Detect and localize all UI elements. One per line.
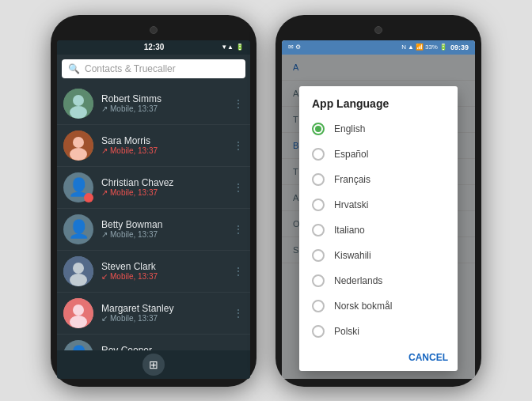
option-kiswahili[interactable]: Kiswahili <box>299 243 458 268</box>
avatar-roy: 👤 <box>63 340 93 350</box>
contact-info-steven: Steven Clark ↙ Mobile, 13:37 <box>101 261 233 281</box>
contact-name-steven: Steven Clark <box>101 261 233 272</box>
contact-detail-sara: ↗ Mobile, 13:37 <box>101 146 233 155</box>
bottom-nav-grid-icon[interactable]: ⊞ <box>142 354 165 376</box>
option-polski[interactable]: Polski <box>299 319 458 344</box>
svg-point-11 <box>70 316 87 328</box>
contact-roy-cooper[interactable]: 👤 Roy Cooper ↗ Mobile, 13:37 ⋮ <box>57 335 250 350</box>
status-time-1: 12:30 <box>144 43 165 51</box>
phones-container: 12:30 ▼▲ 🔋 🔍 Contacts & Truecaller <box>43 7 489 395</box>
contact-detail-christian: ↗ Mobile, 13:37 <box>101 188 233 197</box>
contact-name-sara: Sara Morris <box>101 135 233 146</box>
battery-pct: 33% <box>425 44 438 51</box>
svg-point-8 <box>70 274 87 286</box>
avatar-robert <box>63 89 93 119</box>
radio-kiswahili[interactable] <box>312 249 325 262</box>
app-language-dialog: App Language English Español <box>299 86 458 371</box>
option-francais[interactable]: Français <box>299 167 458 192</box>
option-norsk[interactable]: Norsk bokmål <box>299 293 458 319</box>
status-icons-right: N ▲ 📶 33% 🔋 09:39 <box>401 44 469 51</box>
arrow-icon-steven: ↙ <box>101 272 108 281</box>
more-icon-margaret[interactable]: ⋮ <box>233 307 244 320</box>
arrow-icon-margaret: ↙ <box>101 314 108 323</box>
missed-badge-christian <box>84 193 93 202</box>
wifi-icon: ▲ <box>408 44 414 51</box>
svg-point-1 <box>73 95 84 106</box>
list-behind: A A T B T A O S App Language English <box>282 55 475 379</box>
signal-icon: ▼▲ <box>221 44 234 51</box>
arrow-icon-robert: ↗ <box>101 104 108 113</box>
more-icon-sara[interactable]: ⋮ <box>233 139 244 152</box>
contact-info-margaret: Margaret Stanley ↙ Mobile, 13:37 <box>101 303 233 323</box>
arrow-icon-christian: ↗ <box>101 188 108 197</box>
contact-info-christian: Christian Chavez ↗ Mobile, 13:37 <box>101 177 233 197</box>
avatar-margaret <box>63 298 93 328</box>
label-norsk: Norsk bokmål <box>334 301 392 312</box>
cancel-button[interactable]: CANCEL <box>408 352 448 363</box>
option-italiano[interactable]: Italiano <box>299 218 458 243</box>
more-icon-christian[interactable]: ⋮ <box>233 181 244 194</box>
label-italiano: Italiano <box>334 225 365 236</box>
person-icon-roy: 👤 <box>68 345 89 350</box>
contact-name-betty: Betty Bowman <box>101 219 233 230</box>
radio-nederlands[interactable] <box>312 274 325 287</box>
radio-espanol[interactable] <box>312 148 325 161</box>
status-time-2: 09:39 <box>450 44 469 51</box>
contact-detail-robert: ↗ Mobile, 13:37 <box>101 104 233 113</box>
dialog-overlay: App Language English Español <box>282 55 475 379</box>
person-icon-betty: 👤 <box>68 219 89 240</box>
contact-christian-chavez[interactable]: 👤 Christian Chavez ↗ Mobile, 13:37 ⋮ <box>57 167 250 209</box>
label-hrvatski: Hrvatski <box>334 199 368 210</box>
contact-sara-morris[interactable]: Sara Morris ↗ Mobile, 13:37 ⋮ <box>57 125 250 167</box>
contact-info-robert: Robert Simms ↗ Mobile, 13:37 <box>101 93 233 113</box>
arrow-icon-betty: ↗ <box>101 230 108 239</box>
contact-name-roy: Roy Cooper <box>101 345 233 350</box>
contact-margaret-stanley[interactable]: Margaret Stanley ↙ Mobile, 13:37 ⋮ <box>57 293 250 335</box>
contact-detail-steven: ↙ Mobile, 13:37 <box>101 272 233 281</box>
option-english[interactable]: English <box>299 116 458 142</box>
bottom-nav: ⊞ <box>57 350 250 379</box>
contact-detail-betty: ↗ Mobile, 13:37 <box>101 230 233 239</box>
svg-point-4 <box>73 137 84 148</box>
phone-2: ✉ ⚙ N ▲ 📶 33% 🔋 09:39 A A T B T <box>276 15 481 387</box>
more-icon-robert[interactable]: ⋮ <box>233 97 244 110</box>
label-nederlands: Nederlands <box>334 275 382 286</box>
option-nederlands[interactable]: Nederlands <box>299 268 458 293</box>
radio-norsk[interactable] <box>312 300 325 312</box>
label-kiswahili: Kiswahili <box>334 250 371 261</box>
mail-icon: ✉ <box>288 44 294 51</box>
search-placeholder: Contacts & Truecaller <box>85 63 176 74</box>
signal-icon-2: 📶 <box>416 44 424 51</box>
screen-2: ✉ ⚙ N ▲ 📶 33% 🔋 09:39 A A T B T <box>282 40 475 379</box>
option-hrvatski[interactable]: Hrvatski <box>299 192 458 218</box>
radio-italiano[interactable] <box>312 224 325 236</box>
status-icons-left: ✉ ⚙ <box>288 44 301 51</box>
more-icon-roy[interactable]: ⋮ <box>233 349 244 350</box>
contact-detail-margaret: ↙ Mobile, 13:37 <box>101 314 233 323</box>
radio-english[interactable] <box>312 123 325 135</box>
camera-1 <box>150 26 158 34</box>
contact-name-robert: Robert Simms <box>101 93 233 104</box>
screen-1: 12:30 ▼▲ 🔋 🔍 Contacts & Truecaller <box>57 40 250 379</box>
contact-info-sara: Sara Morris ↗ Mobile, 13:37 <box>101 135 233 155</box>
contact-info-roy: Roy Cooper ↗ Mobile, 13:37 <box>101 345 233 350</box>
more-icon-betty[interactable]: ⋮ <box>233 223 244 236</box>
radio-hrvatski[interactable] <box>312 199 325 211</box>
nfc-icon: N <box>401 44 406 51</box>
arrow-icon-sara: ↗ <box>101 146 108 155</box>
radio-francais[interactable] <box>312 173 325 186</box>
contact-robert-simms[interactable]: Robert Simms ↗ Mobile, 13:37 ⋮ <box>57 83 250 125</box>
dialog-options: English Español Français <box>299 116 458 349</box>
contact-betty-bowman[interactable]: 👤 Betty Bowman ↗ Mobile, 13:37 ⋮ <box>57 209 250 251</box>
search-icon: 🔍 <box>68 63 80 74</box>
contact-steven-clark[interactable]: Steven Clark ↙ Mobile, 13:37 ⋮ <box>57 251 250 293</box>
radio-polski[interactable] <box>312 325 325 338</box>
dialog-title: App Language <box>299 86 458 116</box>
option-espanol[interactable]: Español <box>299 142 458 167</box>
battery-icon-2: 🔋 <box>439 44 447 51</box>
camera-2 <box>374 26 382 34</box>
more-icon-steven[interactable]: ⋮ <box>233 265 244 278</box>
search-bar[interactable]: 🔍 Contacts & Truecaller <box>62 59 245 78</box>
svg-point-7 <box>73 263 84 274</box>
battery-icon: 🔋 <box>236 44 244 51</box>
